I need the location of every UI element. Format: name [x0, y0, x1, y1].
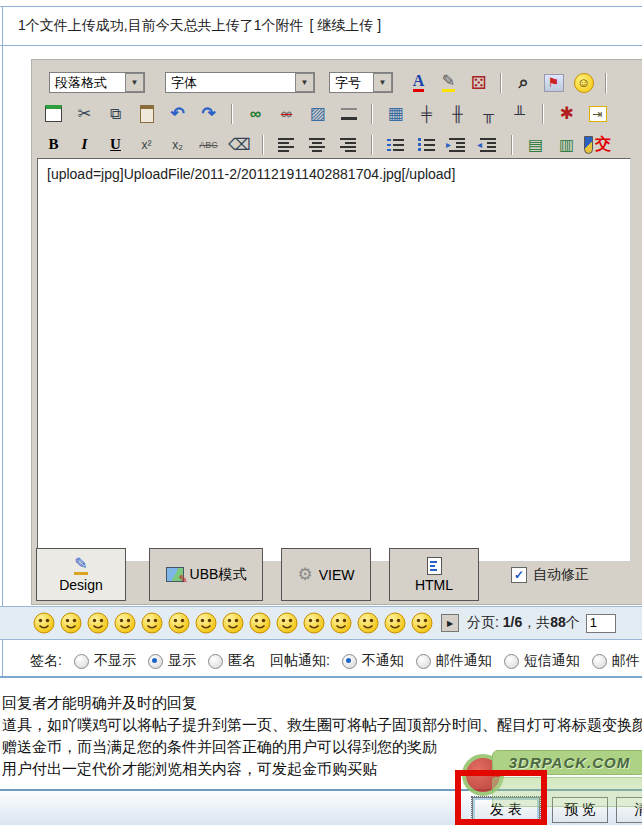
insert-link-icon: ∞	[250, 105, 261, 123]
highlight-icon: ✎	[442, 73, 455, 92]
ubb-mode-button[interactable]: UBB模式	[149, 548, 263, 601]
color-wheel-icon[interactable]: ✱	[553, 101, 580, 126]
outdent-icon[interactable]	[475, 132, 502, 157]
signature-label: 签名:	[30, 652, 62, 670]
horizontal-rule-icon[interactable]	[335, 101, 362, 126]
indent-icon	[449, 138, 466, 152]
emoticon-cool-icon[interactable]	[141, 612, 163, 634]
toolbar-separator	[542, 104, 544, 124]
font-color-icon[interactable]: A	[405, 70, 432, 95]
view-mode-button[interactable]: ⚙ VIEW	[281, 548, 371, 601]
superscript-icon[interactable]: x²	[133, 132, 160, 157]
upload-status-text: 1个文件上传成功,目前今天总共上传了1个附件	[18, 17, 303, 35]
find-icon[interactable]: ⌕	[510, 70, 537, 95]
ordered-list-icon[interactable]	[382, 132, 409, 157]
signature-radio-1[interactable]	[148, 654, 163, 669]
design-mode-button[interactable]: ✎ Design	[36, 548, 126, 601]
italic-icon[interactable]: I	[71, 132, 98, 157]
emoticon-furious-icon[interactable]	[168, 612, 190, 634]
emoticon-shy-icon[interactable]	[222, 612, 244, 634]
insert-image-icon: ▨	[309, 103, 325, 124]
signature-radio-0[interactable]	[74, 654, 89, 669]
emoticon-laugh-icon[interactable]	[33, 612, 55, 634]
insert-row-icon[interactable]: ╥	[475, 101, 502, 126]
notify-label-0: 不通知	[362, 652, 404, 670]
emoticon-soldier-icon[interactable]	[276, 612, 298, 634]
emoticon-wink-icon[interactable]	[195, 612, 217, 634]
insert-table-icon[interactable]: ▦	[382, 101, 409, 126]
eraser-icon[interactable]: ⌫	[226, 132, 253, 157]
pagination-total-prefix: ，共	[522, 614, 550, 630]
underline-icon: U	[110, 136, 121, 153]
emoticon-pout-icon[interactable]	[303, 612, 325, 634]
align-right-icon	[340, 138, 357, 152]
insert-image-icon[interactable]: ▨	[304, 101, 331, 126]
exit-icon[interactable]: ⇥	[584, 101, 611, 126]
editor-textarea[interactable]: [upload=jpg]UploadFile/2011-2/2011219114…	[37, 158, 631, 562]
design-label: Design	[59, 577, 103, 593]
align-left-icon[interactable]	[273, 132, 300, 157]
toolbar-row-1: 段落格式 ▼ 字体 ▼ 字号 ▼ A✎⚄⌕⚑☺	[32, 60, 642, 98]
toolbar-separator	[262, 135, 264, 155]
split-column-icon[interactable]: ╨	[506, 101, 533, 126]
notify-radio-2[interactable]	[504, 654, 519, 669]
bold-icon[interactable]: B	[40, 132, 67, 157]
copy-icon: ⧉	[110, 105, 121, 123]
toolbar-separator	[500, 73, 502, 93]
emoticon-love-icon[interactable]	[60, 612, 82, 634]
undo-icon[interactable]: ↶	[164, 101, 191, 126]
emoticon-next-page-button[interactable]: ▶	[441, 614, 459, 632]
translate-flag-icon[interactable]: ⚑	[540, 70, 567, 95]
paste-text-icon[interactable]: ▥	[553, 132, 580, 157]
emoticon-icon[interactable]: ☺	[570, 70, 597, 95]
remove-link-icon[interactable]: ∞	[273, 101, 300, 126]
security-shield-icon[interactable]: 交	[584, 132, 611, 157]
paragraph-format-select[interactable]: 段落格式 ▼	[49, 72, 145, 93]
redo-icon[interactable]: ↷	[195, 101, 222, 126]
signature-radio-2[interactable]	[208, 654, 223, 669]
emoticon-frown-icon[interactable]	[87, 612, 109, 634]
underline-icon[interactable]: U	[102, 132, 129, 157]
exit-icon: ⇥	[589, 106, 607, 122]
align-right-icon[interactable]	[335, 132, 362, 157]
insert-link-icon[interactable]: ∞	[242, 101, 269, 126]
font-select[interactable]: 字体 ▼	[165, 72, 315, 93]
paste-icon[interactable]	[133, 101, 160, 126]
autocorrect-checkbox[interactable]: ✓	[511, 567, 527, 583]
notify-radio-0[interactable]	[342, 654, 357, 669]
new-document-icon[interactable]	[40, 101, 67, 126]
dice-icon[interactable]: ⚄	[465, 70, 492, 95]
highlight-icon[interactable]: ✎	[435, 70, 462, 95]
align-center-icon[interactable]	[304, 132, 331, 157]
font-size-select[interactable]: 字号 ▼	[329, 72, 393, 93]
indent-icon[interactable]	[444, 132, 471, 157]
copy-icon[interactable]: ⧉	[102, 101, 129, 126]
continue-upload-link[interactable]: [ 继续上传 ]	[309, 17, 381, 35]
unordered-list-icon[interactable]	[413, 132, 440, 157]
subscript-icon[interactable]: x₂	[164, 132, 191, 157]
notify-label-3: 邮件	[612, 652, 640, 670]
pagination-label: 分页:	[467, 614, 499, 630]
strikethrough-icon[interactable]: ABC	[195, 132, 222, 157]
emoticon-blush-icon[interactable]	[114, 612, 136, 634]
html-mode-button[interactable]: HTML	[389, 548, 479, 601]
emoticon-cry-icon[interactable]	[384, 612, 406, 634]
emoticon-angry-icon[interactable]	[357, 612, 379, 634]
merge-cell-icon[interactable]: ╫	[444, 101, 471, 126]
split-cell-icon[interactable]: ╪	[413, 101, 440, 126]
upload-status-bar: 1个文件上传成功,目前今天总共上传了1个附件 [ 继续上传 ]	[0, 6, 642, 46]
notify-radio-1[interactable]	[416, 654, 431, 669]
emoticon-page-input[interactable]: 1	[586, 614, 616, 633]
notify-radio-3[interactable]	[592, 654, 607, 669]
post-options-bar: 签名: 不显示显示匿名 回帖通知: 不通知邮件通知短信通知邮件	[0, 646, 642, 678]
dropdown-arrow-icon[interactable]: ▼	[373, 73, 392, 92]
dropdown-arrow-icon[interactable]: ▼	[295, 73, 314, 92]
emoticon-doubt-icon[interactable]	[249, 612, 271, 634]
cut-icon[interactable]: ✂	[71, 101, 98, 126]
toolbar-separator	[605, 73, 607, 93]
paste-word-icon[interactable]: ▤	[522, 132, 549, 157]
dropdown-arrow-icon[interactable]: ▼	[125, 73, 144, 92]
emoticon-wave-icon[interactable]	[330, 612, 352, 634]
signature-label-0: 不显示	[94, 652, 136, 670]
emoticon-surprised-icon[interactable]	[411, 612, 433, 634]
